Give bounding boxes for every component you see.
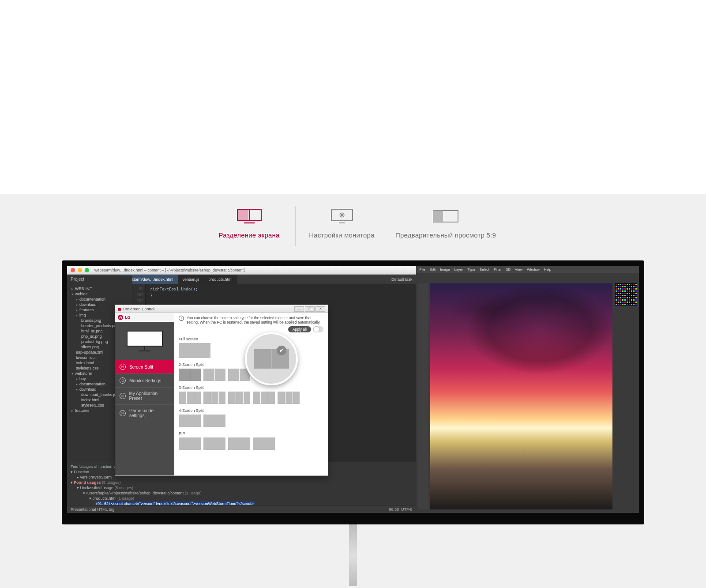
image-editor-toolbox[interactable] xyxy=(418,283,428,509)
person-icon: ☺ xyxy=(120,393,126,399)
osc-maximize-button[interactable]: ▢ xyxy=(305,306,315,312)
checkmark-icon: ✔ xyxy=(277,346,286,355)
ps-menu-item[interactable]: Select xyxy=(480,268,489,271)
tree-node[interactable]: webide xyxy=(70,291,129,297)
monitor-stand xyxy=(349,524,357,586)
layout-option-3c[interactable] xyxy=(228,392,250,404)
osc-nav-game-mode[interactable]: 🎮Game mode settings xyxy=(115,404,174,422)
section-3-split: 3-Screen Split xyxy=(179,385,323,390)
ps-menu-item[interactable]: Help xyxy=(544,268,551,271)
osc-close-button[interactable]: ✕ xyxy=(315,306,325,312)
status-bar: Presentational HTML tag 96:38 UTF-8 xyxy=(67,505,416,513)
screen-split-icon xyxy=(203,208,295,224)
gear-icon: ⚙ xyxy=(120,377,126,384)
layout-option-3d[interactable] xyxy=(253,392,275,404)
image-editor-canvas[interactable] xyxy=(430,283,612,509)
tree-node[interactable]: documentation xyxy=(70,297,129,302)
ps-menu-item[interactable]: Window xyxy=(527,268,539,271)
osc-info-text: You can choose the screen split type for… xyxy=(187,316,323,324)
ps-menu-item[interactable]: 3D xyxy=(506,268,511,271)
tab-label: Настройки монитора xyxy=(296,231,388,239)
window-minimize-icon[interactable] xyxy=(78,268,82,272)
window-zoom-icon[interactable] xyxy=(85,268,89,272)
monitor-mockup: LG webstorm/dow…/index.html – content – … xyxy=(62,260,644,586)
layout-option-full[interactable] xyxy=(179,343,210,358)
svg-rect-11 xyxy=(433,211,443,222)
layout-option-3a[interactable] xyxy=(179,392,201,404)
svg-rect-12 xyxy=(127,331,162,346)
osc-brand-label: LG xyxy=(125,315,131,320)
hero-area: Разделение экрана Настройки монитора Пре… xyxy=(0,194,706,588)
window-close-icon[interactable] xyxy=(71,268,75,272)
image-editor-window: FileEditImageLayerTypeSelectFilter3DView… xyxy=(416,266,639,513)
editor-tab-products-html[interactable]: products.html xyxy=(204,275,237,284)
ps-menu-item[interactable]: Edit xyxy=(429,268,436,271)
tab-label: Разделение экрана xyxy=(203,231,295,239)
osc-nav-app-preset[interactable]: ☺My Application Preset xyxy=(115,387,174,404)
osc-nav-monitor-settings[interactable]: ⚙Monitor Settings xyxy=(115,373,174,387)
editor-tab-version-js[interactable]: version.js xyxy=(178,275,204,284)
project-panel-header: Project xyxy=(67,275,132,284)
osc-window-title: OnScreen Control xyxy=(123,307,154,311)
layout-option-4b[interactable] xyxy=(203,415,225,427)
ps-menu-item[interactable]: Type xyxy=(467,268,475,271)
layout-option-2a[interactable] xyxy=(179,369,201,381)
window-title: webstorm/dow…/index.html – content – [~/… xyxy=(94,268,244,272)
layout-option-pip-a[interactable] xyxy=(179,437,201,450)
ps-menu-item[interactable]: Image xyxy=(440,268,450,271)
layout-option-4a[interactable] xyxy=(179,415,201,427)
section-4-split: 4-Screen Split xyxy=(179,408,323,413)
tab-label: Предварительный просмотр 5:9 xyxy=(388,231,503,239)
zoom-magnifier: ✔ xyxy=(245,332,298,385)
onscreen-control-window: ◼ OnScreen Control — ▢ ✕ ◔LG xyxy=(115,305,328,476)
osc-nav-screen-split[interactable]: ▭Screen Split xyxy=(115,360,174,373)
layout-option-pip-b[interactable] xyxy=(203,437,225,450)
tab-monitor-settings[interactable]: Настройки монитора xyxy=(296,206,388,246)
default-task-label: Default task xyxy=(391,277,416,282)
status-left: Presentational HTML tag xyxy=(71,507,114,512)
apply-all-button[interactable]: Apply all xyxy=(288,326,311,332)
ps-menu-item[interactable]: Layer xyxy=(454,268,463,271)
apply-all-toggle[interactable] xyxy=(313,326,323,332)
ps-menu-item[interactable]: File xyxy=(420,268,425,271)
osc-brand-icon: ◼ xyxy=(118,307,121,311)
layout-option-pip-c[interactable] xyxy=(228,437,250,450)
preview-5-9-icon xyxy=(388,208,503,224)
status-cursor: 96:38 xyxy=(389,507,399,512)
info-icon: i xyxy=(179,316,184,321)
osc-monitor-preview-icon xyxy=(115,322,174,360)
gamepad-icon: 🎮 xyxy=(120,410,126,416)
lg-logo-icon: ◔ xyxy=(118,315,123,320)
layout-option-2c[interactable] xyxy=(228,369,250,381)
feature-tabs: Разделение экрана Настройки монитора Пре… xyxy=(0,194,706,246)
monitor-settings-icon xyxy=(296,208,388,224)
section-full-screen: Full screen xyxy=(179,337,323,341)
section-pip: PIP xyxy=(179,431,323,436)
layout-option-2b[interactable] xyxy=(203,369,225,381)
tab-preview-5-9[interactable]: Предварительный просмотр 5:9 xyxy=(388,206,503,246)
status-encoding: UTF-8 xyxy=(401,507,413,512)
screen-split-nav-icon: ▭ xyxy=(120,364,126,370)
image-editor-menubar[interactable]: FileEditImageLayerTypeSelectFilter3DView… xyxy=(416,266,639,273)
svg-rect-0 xyxy=(238,210,248,220)
swatches-panel[interactable] xyxy=(615,283,637,307)
tab-screen-split[interactable]: Разделение экрана xyxy=(203,206,296,246)
ps-menu-item[interactable]: Filter xyxy=(494,268,502,271)
ps-menu-item[interactable]: View xyxy=(515,268,522,271)
monitor-brand-logo: LG xyxy=(349,516,357,522)
tree-node[interactable]: WEB-INF xyxy=(70,286,129,291)
osc-minimize-button[interactable]: — xyxy=(294,306,304,312)
layout-option-pip-d[interactable] xyxy=(253,437,275,450)
layout-option-3b[interactable] xyxy=(203,392,225,404)
layout-option-3e[interactable] xyxy=(278,392,300,404)
